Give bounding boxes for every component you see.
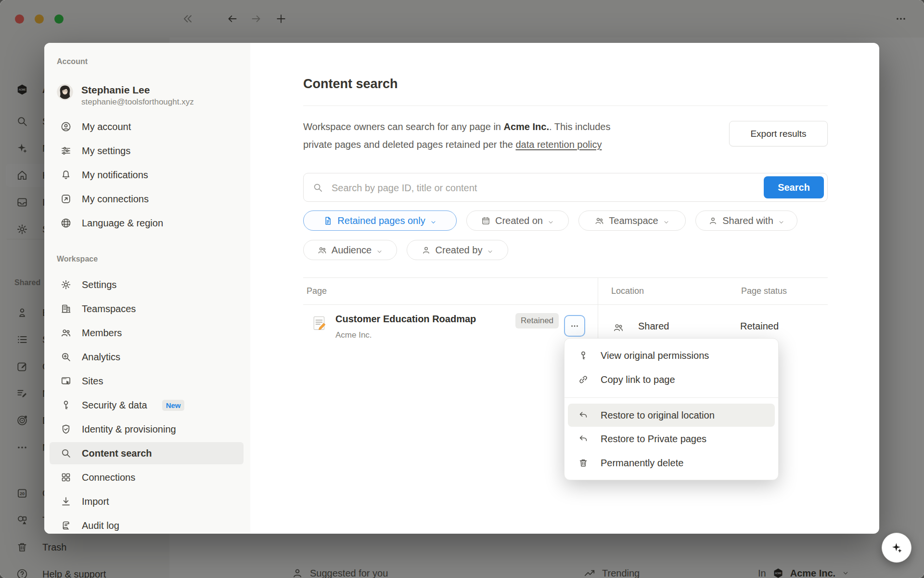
context-menu-item-icon — [578, 350, 589, 361]
context-menu-item[interactable]: Restore to Private pages — [568, 427, 775, 451]
context-menu-group-2: Restore to original location Restore to … — [565, 404, 778, 475]
context-menu-item[interactable]: Restore to original location — [568, 404, 775, 427]
notion-ai-button[interactable] — [882, 533, 911, 563]
search-button[interactable]: Search — [764, 176, 824, 198]
chevron-down-icon — [376, 247, 383, 254]
chevron-down-icon — [663, 217, 670, 224]
filter-chip[interactable]: Created by — [407, 240, 508, 260]
filter-chip-label: Retained pages only — [337, 215, 425, 226]
context-menu-item-label: Copy link to page — [601, 374, 675, 385]
search-bar: Search — [303, 173, 828, 202]
filter-chip-icon — [708, 216, 718, 226]
context-menu-item-label: View original permissions — [601, 350, 709, 361]
filter-chip-icon — [421, 245, 431, 255]
sparkles-icon — [890, 541, 903, 554]
table-top-divider — [303, 277, 828, 278]
result-location: Shared — [638, 321, 669, 332]
title-divider — [303, 105, 828, 106]
context-menu-item-label: Restore to original location — [601, 410, 715, 421]
shared-people-icon — [613, 322, 624, 333]
search-input[interactable] — [331, 174, 756, 202]
chevron-down-icon — [778, 217, 785, 224]
filter-chip-icon — [317, 245, 327, 255]
settings-content: Content search Workspace owners can sear… — [44, 43, 879, 534]
filter-chip-label: Shared with — [722, 215, 773, 226]
search-icon — [312, 182, 323, 193]
workspace-name-bold: Acme Inc. — [504, 121, 549, 132]
filter-chip[interactable]: Created on — [466, 210, 569, 231]
row-context-menu: View original permissions Copy link to p… — [564, 338, 779, 480]
filter-chip-icon — [323, 216, 333, 226]
filter-chips-row2: Audience Created by — [303, 240, 508, 260]
row-more-button[interactable] — [564, 315, 585, 337]
result-page-title[interactable]: Customer Education Roadmap — [335, 314, 476, 325]
context-menu-item[interactable]: View original permissions — [568, 343, 775, 368]
filter-chip-icon — [594, 216, 604, 226]
filter-chip[interactable]: Shared with — [695, 210, 797, 231]
column-header-page-status: Page status — [741, 286, 787, 296]
dots-horizontal-icon — [570, 321, 579, 331]
result-page-subtitle: Acme Inc. — [335, 330, 372, 340]
column-header-page: Page — [307, 286, 327, 296]
context-menu-item-icon — [578, 374, 589, 385]
context-menu-item-icon — [578, 434, 589, 444]
context-menu-item-icon — [578, 410, 589, 420]
context-menu-group-1: View original permissions Copy link to p… — [565, 343, 778, 392]
chevron-down-icon — [487, 247, 494, 254]
context-menu-item-label: Restore to Private pages — [601, 434, 706, 445]
column-header-location: Location — [611, 286, 644, 296]
filter-chip[interactable]: Teamspace — [578, 210, 686, 231]
filter-chip-label: Teamspace — [609, 215, 658, 226]
filter-chip-label: Created on — [495, 215, 543, 226]
page-title: Content search — [303, 77, 398, 92]
settings-modal: Account Stephanie Lee stephanie@toolsfor… — [44, 43, 879, 534]
context-menu-item[interactable]: Copy link to page — [568, 368, 775, 392]
context-menu-item[interactable]: Permanently delete — [568, 451, 775, 475]
chevron-down-icon — [547, 217, 554, 224]
export-results-button[interactable]: Export results — [729, 121, 828, 146]
context-menu-item-label: Permanently delete — [601, 458, 683, 469]
data-retention-policy-link[interactable]: data retention policy — [515, 139, 602, 150]
result-page-status: Retained — [740, 321, 779, 332]
retained-badge: Retained — [515, 313, 559, 328]
table-header-divider — [303, 304, 828, 305]
page-description: Workspace owners can search for any page… — [303, 118, 712, 154]
filter-chip-icon — [481, 216, 491, 226]
table-column-divider — [598, 277, 598, 346]
page-document-icon — [312, 315, 327, 331]
context-menu-item-icon — [578, 458, 589, 468]
context-menu-divider — [565, 397, 778, 398]
filter-chips-row1: Retained pages only Created on Teamspace… — [303, 210, 797, 231]
chevron-down-icon — [430, 217, 437, 224]
filter-chip[interactable]: Retained pages only — [303, 210, 457, 231]
filter-chip-label: Created by — [436, 245, 483, 256]
app-window: ACME Acme Inc. Search Notion AI Home Inb… — [0, 0, 924, 578]
filter-chip[interactable]: Audience — [303, 240, 397, 260]
filter-chip-label: Audience — [332, 245, 372, 256]
